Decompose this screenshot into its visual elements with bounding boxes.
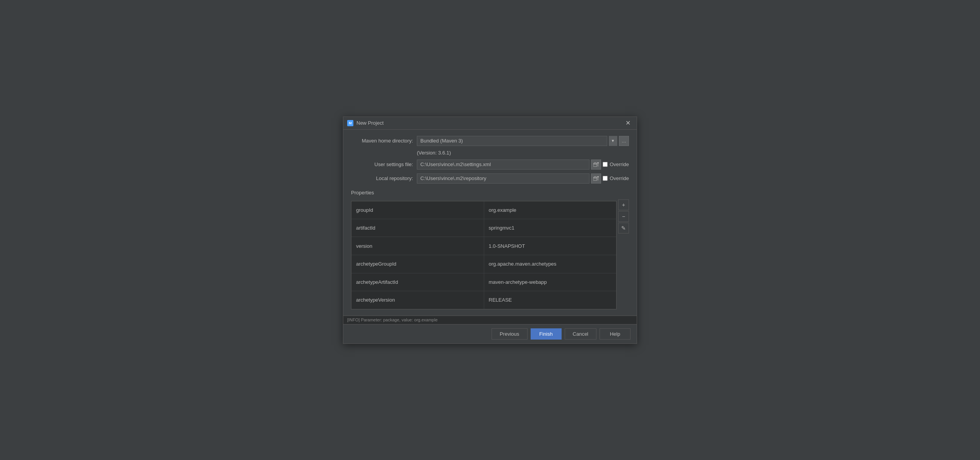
footer: Previous Finish Cancel Help [343, 324, 637, 343]
help-button[interactable]: Help [600, 328, 630, 340]
properties-section-title: Properties [351, 190, 629, 196]
maven-home-row: Maven home directory: Bundled (Maven 3) … [351, 136, 629, 146]
user-settings-browse-button[interactable] [591, 160, 601, 170]
properties-table-container: groupId org.example artifactId springmvc… [351, 201, 617, 309]
svg-rect-2 [593, 163, 597, 166]
property-key: artifactId [351, 219, 484, 237]
local-repo-override-label[interactable]: Override [610, 175, 629, 181]
property-value: org.apache.maven.archetypes [484, 255, 616, 273]
table-row[interactable]: archetypeArtifactId maven-archetype-weba… [351, 273, 616, 291]
table-row[interactable]: version 1.0-SNAPSHOT [351, 237, 616, 255]
finish-button[interactable]: Finish [531, 328, 562, 340]
title-bar: M New Project ✕ [343, 117, 637, 130]
user-settings-input[interactable] [417, 160, 589, 170]
properties-side-buttons: + − ✎ [618, 199, 629, 233]
remove-property-button[interactable]: − [618, 211, 629, 222]
property-key: groupId [351, 201, 484, 219]
user-settings-row: User settings file: Override [351, 160, 629, 170]
property-value: RELEASE [484, 291, 616, 309]
local-repo-input-row: Override [417, 173, 629, 184]
add-property-button[interactable]: + [618, 199, 629, 210]
table-row[interactable]: groupId org.example [351, 201, 616, 219]
property-value: org.example [484, 201, 616, 219]
property-value: springmvc1 [484, 219, 616, 237]
user-settings-label: User settings file: [351, 161, 413, 167]
svg-rect-5 [593, 177, 597, 180]
user-settings-override-checkbox[interactable] [603, 162, 608, 167]
dialog-title: New Project [356, 120, 384, 126]
local-repo-row: Local repository: Override [351, 173, 629, 184]
user-settings-input-row: Override [417, 160, 629, 170]
property-key: archetypeGroupId [351, 255, 484, 273]
edit-property-button[interactable]: ✎ [618, 223, 629, 233]
maven-home-dropdown[interactable]: Bundled (Maven 3) [417, 136, 607, 146]
properties-area: groupId org.example artifactId springmvc… [351, 199, 629, 309]
maven-home-browse-button[interactable]: … [619, 136, 629, 146]
local-repo-label: Local repository: [351, 175, 413, 181]
local-repo-override-wrapper: Override [603, 175, 629, 181]
dialog-content: Maven home directory: Bundled (Maven 3) … [343, 130, 637, 316]
svg-rect-6 [597, 176, 599, 177]
local-repo-input[interactable] [417, 173, 589, 184]
svg-rect-3 [597, 162, 599, 163]
maven-home-dropdown-arrow[interactable]: ▼ [609, 136, 617, 146]
local-repo-browse-button[interactable] [591, 173, 601, 184]
previous-button[interactable]: Previous [492, 328, 528, 340]
table-row[interactable]: archetypeGroupId org.apache.maven.archet… [351, 255, 616, 273]
user-settings-override-label[interactable]: Override [610, 161, 629, 167]
close-button[interactable]: ✕ [623, 119, 633, 127]
property-key: archetypeArtifactId [351, 273, 484, 291]
bottom-log: [INFO] Parameter: package, value: org.ex… [343, 316, 637, 324]
local-repo-override-checkbox[interactable] [603, 176, 608, 181]
svg-text:M: M [349, 121, 352, 125]
property-value: 1.0-SNAPSHOT [484, 237, 616, 255]
title-bar-left: M New Project [347, 120, 384, 126]
table-row[interactable]: archetypeVersion RELEASE [351, 291, 616, 309]
property-value: maven-archetype-webapp [484, 273, 616, 291]
maven-home-input-row: Bundled (Maven 3) ▼ … [417, 136, 629, 146]
app-icon: M [347, 120, 353, 126]
cancel-button[interactable]: Cancel [565, 328, 596, 340]
maven-version-text: (Version: 3.6.1) [417, 150, 629, 156]
property-key: version [351, 237, 484, 255]
properties-table: groupId org.example artifactId springmvc… [351, 201, 616, 309]
table-row[interactable]: artifactId springmvc1 [351, 219, 616, 237]
maven-home-label: Maven home directory: [351, 138, 413, 144]
property-key: archetypeVersion [351, 291, 484, 309]
new-project-dialog: M New Project ✕ Maven home directory: Bu… [343, 117, 637, 344]
user-settings-override-wrapper: Override [603, 161, 629, 167]
